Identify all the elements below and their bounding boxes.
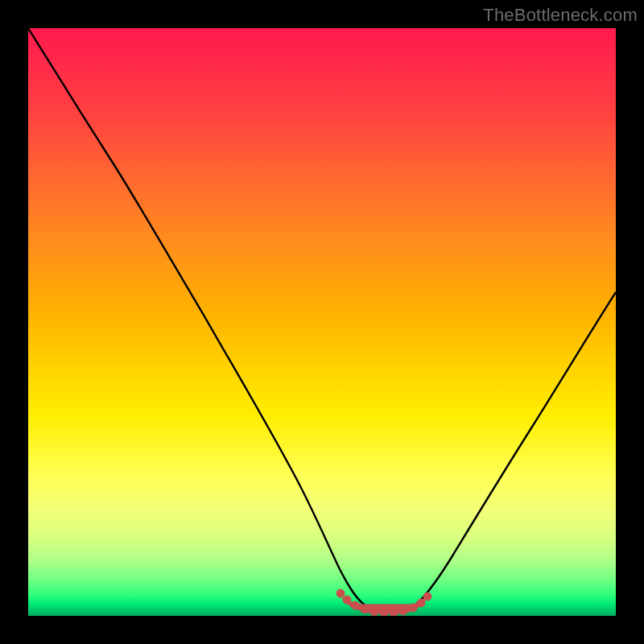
svg-point-10 bbox=[423, 592, 431, 601]
chart-frame: TheBottleneck.com bbox=[0, 0, 644, 644]
svg-point-5 bbox=[380, 609, 388, 616]
svg-point-7 bbox=[399, 607, 407, 615]
svg-point-8 bbox=[409, 604, 417, 612]
svg-point-3 bbox=[361, 605, 369, 613]
svg-point-4 bbox=[370, 608, 378, 616]
svg-point-2 bbox=[351, 601, 359, 609]
plot-area bbox=[28, 28, 616, 616]
watermark-text: TheBottleneck.com bbox=[483, 5, 638, 26]
svg-point-6 bbox=[390, 609, 398, 616]
svg-point-9 bbox=[417, 599, 425, 607]
svg-point-0 bbox=[336, 589, 345, 597]
optimal-zone bbox=[336, 589, 431, 616]
bottleneck-curve bbox=[28, 28, 616, 613]
svg-point-1 bbox=[343, 596, 351, 604]
curve-layer bbox=[28, 28, 616, 616]
